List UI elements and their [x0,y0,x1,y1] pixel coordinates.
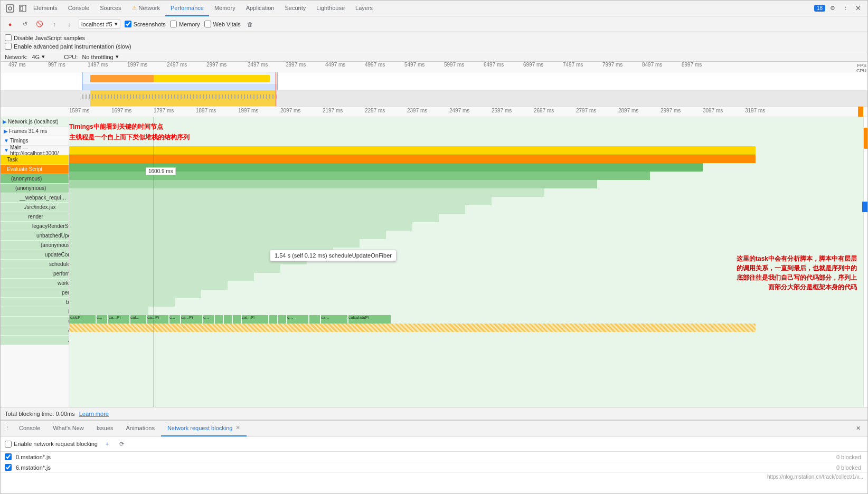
tab-whats-new[interactable]: What's New [46,421,90,436]
block-row-0-checkbox[interactable] [5,453,12,460]
calcpi-2[interactable]: c... [97,315,107,324]
webvitals-checkbox-label[interactable]: Web Vitals [204,21,241,27]
bottom-panel-menu-icon[interactable]: ⋮ [5,425,11,432]
schedule-update-flame[interactable]: 1.54 s (self 0.12 ms) scheduleUpdateOnFi… [69,239,360,248]
enable-paint-checkbox[interactable] [5,43,12,50]
main-section[interactable]: ▼ Main — http://localhost:3000/ [1,146,69,155]
tab-memory[interactable]: Memory [209,1,241,16]
tab-issues[interactable]: Issues [90,421,120,436]
upload-button[interactable]: ↑ [49,19,60,30]
memory-checkbox[interactable] [170,21,177,27]
calcpi-14[interactable] [278,315,286,324]
calcpi-13[interactable] [269,315,277,324]
calcpi-9[interactable] [215,315,223,324]
webvitals-checkbox[interactable] [204,21,211,27]
download-button[interactable]: ↓ [64,19,74,30]
src-index-row[interactable]: ./src/index.jsx [1,203,69,212]
screenshots-checkbox[interactable] [125,21,131,27]
calcpi-3[interactable]: ca...Pi [108,315,129,324]
calcpi-17[interactable]: ca... [321,315,347,324]
tab-lighthouse[interactable]: Lighthouse [311,1,350,16]
update-container-row[interactable]: updateContainer [1,250,69,260]
tab-performance[interactable]: Performance [165,1,209,16]
render-row[interactable]: render [1,212,69,222]
calcpi-8[interactable]: c... [203,315,214,324]
update-class-row[interactable]: updateClassComponent [1,317,69,326]
frames-section[interactable]: ▶ Frames 31.4 ms [1,127,69,136]
tab-network[interactable]: ⚠ Network [127,1,165,16]
tab-animations[interactable]: Animations [120,421,161,436]
more-options-icon[interactable]: ⋮ [840,3,851,14]
memory-checkbox-label[interactable]: Memory [170,21,200,27]
render-flame[interactable] [69,197,492,205]
blue-side-tab[interactable] [862,202,867,212]
tab-network-blocking[interactable]: Network request blocking ✕ [161,421,247,436]
block-row-1-checkbox[interactable] [5,464,12,471]
unbatched-row[interactable]: unbatchedUpdates [1,231,69,241]
undock-icon[interactable]: ✕ [853,3,863,14]
calcpi-7[interactable]: ca...Pi [181,315,202,324]
tab-sources[interactable]: Sources [95,1,126,16]
disable-js-checkbox[interactable] [5,34,12,41]
settings-icon[interactable]: ⚙ [827,3,838,14]
inspect-icon[interactable] [17,3,28,14]
clear-button[interactable]: 🚫 [34,19,45,30]
work-loop-row[interactable]: workLoopSync [1,279,69,288]
tab-console[interactable]: Console [63,1,95,16]
record-button[interactable]: ● [5,19,15,30]
screenshots-checkbox-label[interactable]: Screenshots [125,21,166,27]
begin-work-flame[interactable] [69,281,228,290]
unbatched-flame[interactable] [69,214,439,222]
construct-row[interactable]: constructClassInstance [1,326,69,336]
update-container-flame[interactable] [69,231,386,239]
network-dropdown-icon[interactable]: ▾ [42,53,45,60]
begin-work-row[interactable]: beginWork [1,307,69,317]
evaluate-script-flame[interactable] [69,155,756,163]
timeline-resize-handle[interactable] [858,107,863,117]
anonymous2-row[interactable]: (anonymous) [1,184,69,193]
enable-blocking-label[interactable]: Enable network request blocking [5,441,98,448]
calcpi-12[interactable]: cal...Pi [242,315,268,324]
calcpi-6[interactable]: c... [169,315,180,324]
evaluate-script-row[interactable]: Evaluate Script [1,165,69,174]
calcpi-1[interactable]: calcPi [69,315,96,324]
refresh-patterns-icon[interactable]: ⟳ [117,439,127,449]
webpack-row[interactable]: __webpack_require__ [1,193,69,203]
task-row[interactable]: Task [1,155,69,165]
app-row[interactable]: App [1,336,69,345]
legacy-render-flame[interactable] [69,205,465,214]
app-flame[interactable] [69,307,148,315]
anonymous3-flame[interactable] [69,222,412,231]
src-index-flame[interactable] [69,188,544,197]
calcpi-4[interactable]: cal... [130,315,146,324]
calcpi-last[interactable]: calculatePi [348,315,391,324]
task-flame-bar[interactable] [69,146,756,155]
schedule-update-row[interactable]: scheduleUpdateOnFiber [1,260,69,269]
tab-application[interactable]: Application [241,1,280,16]
tab-elements[interactable]: Elements [28,1,63,16]
enable-blocking-checkbox[interactable] [5,441,12,448]
calcpi-5[interactable]: ca...Pi [147,315,168,324]
trash-icon[interactable]: 🗑 [245,19,256,30]
tab-layers[interactable]: Layers [350,1,378,16]
update-class-flame[interactable] [69,290,201,298]
disable-js-label[interactable]: Disable JavaScript samples [5,34,85,41]
learn-more-link[interactable]: Learn more [79,411,109,417]
begin-work1-row[interactable]: beginWork$1 [1,298,69,307]
calcpi-10[interactable] [224,315,232,324]
legacy-render-row[interactable]: legacyRenderSubtreeIntoContainer [1,222,69,231]
source-selector[interactable]: localhost #5 ▾ [79,20,120,28]
calcpi-16[interactable] [309,315,320,324]
perform-unit-flame[interactable] [69,264,280,273]
network-blocking-close-icon[interactable]: ✕ [235,424,240,431]
right-scroll-thumb[interactable] [864,128,867,149]
construct-flame[interactable] [69,298,175,307]
tab-console-bottom[interactable]: Console [13,421,46,436]
calcpi-15[interactable]: c... [287,315,308,324]
network-section[interactable]: ▶ Network.js (localhost) [1,117,69,127]
add-pattern-icon[interactable]: + [102,439,112,449]
anonymous1-row[interactable]: (anonymous) [1,174,69,184]
perform-unit-row[interactable]: performUnitOfWork [1,288,69,298]
reload-record-button[interactable]: ↺ [20,19,30,30]
begin-work1-flame[interactable] [69,273,254,281]
